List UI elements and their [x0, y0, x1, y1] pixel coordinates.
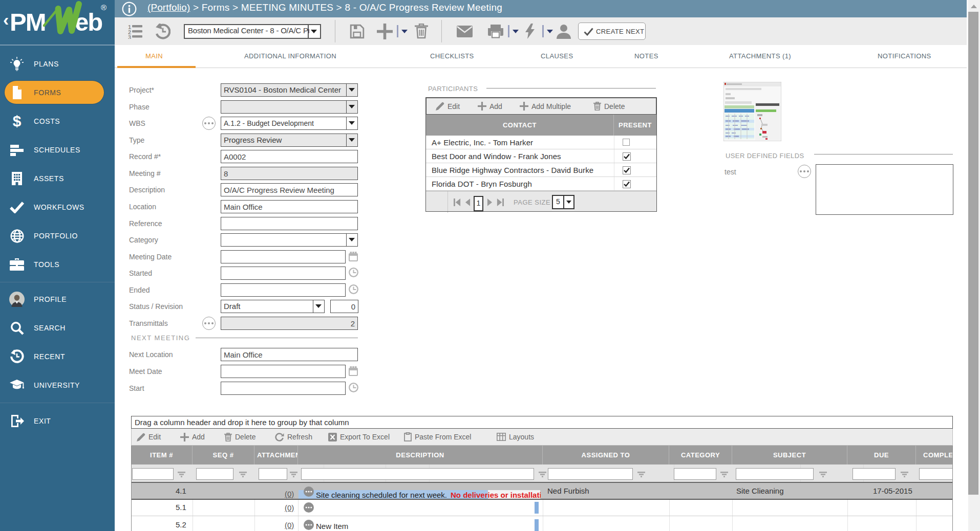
svg-text:®: ® [101, 3, 106, 12]
svg-text:PM: PM [10, 8, 46, 36]
svg-text:$: $ [13, 114, 22, 129]
svg-text:3: 3 [128, 34, 131, 39]
svg-text:‹: ‹ [3, 10, 9, 29]
